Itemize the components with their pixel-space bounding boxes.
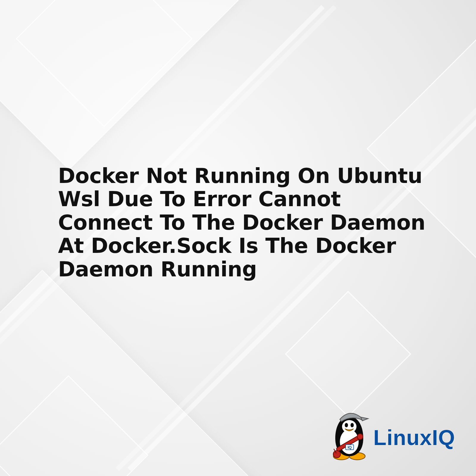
article-title: Docker Not Running On Ubuntu Wsl Due To … bbox=[58, 164, 430, 281]
svg-point-4 bbox=[345, 423, 348, 428]
bg-diamond bbox=[16, 0, 192, 127]
svg-point-5 bbox=[350, 423, 354, 428]
site-watermark: IQ LinuxIQ bbox=[327, 410, 455, 461]
bg-diamond bbox=[285, 291, 411, 417]
svg-text:IQ: IQ bbox=[347, 445, 352, 450]
site-name: LinuxIQ bbox=[373, 425, 455, 450]
tux-mascot-icon: IQ bbox=[327, 410, 372, 461]
bg-diamond bbox=[0, 375, 148, 476]
